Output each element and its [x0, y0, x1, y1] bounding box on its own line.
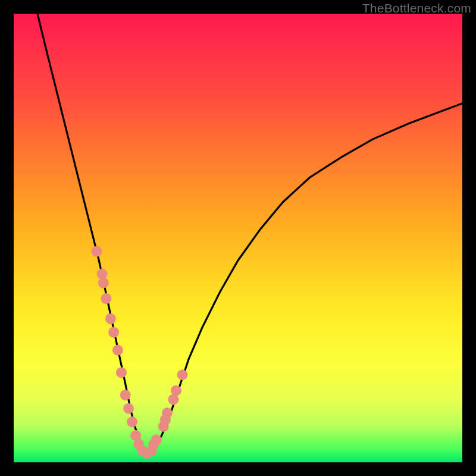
chart-svg — [14, 14, 462, 462]
marker-dot — [123, 403, 134, 414]
marker-dot — [108, 327, 119, 337]
marker-dot — [105, 314, 116, 324]
marker-dot — [120, 390, 131, 400]
marker-dot — [112, 345, 123, 356]
marker-dot — [101, 293, 111, 304]
marker-dot — [92, 246, 102, 257]
curve-line — [37, 14, 462, 453]
plot-area — [14, 14, 462, 462]
chart-frame: TheBottleneck.com — [0, 0, 476, 476]
marker-dot — [171, 385, 181, 396]
marker-dot — [116, 367, 127, 378]
marker-dot — [127, 416, 137, 427]
marker-group — [92, 246, 188, 459]
marker-dot — [177, 369, 188, 380]
marker-dot — [151, 434, 162, 445]
marker-dot — [98, 277, 109, 288]
marker-dot — [97, 268, 108, 279]
marker-dot — [162, 408, 173, 418]
